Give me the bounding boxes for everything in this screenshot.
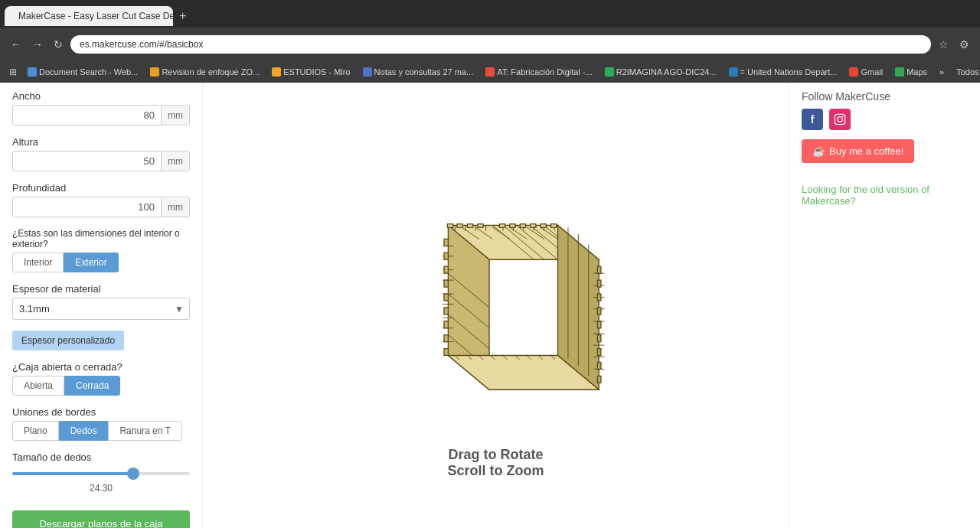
svg-rect-61	[467, 224, 472, 227]
plano-button[interactable]: Plano	[12, 421, 59, 441]
bookmark-icon-9	[895, 67, 904, 77]
bookmark-3[interactable]: ESTUDIOS - Miro	[267, 66, 354, 78]
ancho-input[interactable]	[13, 106, 161, 125]
bookmark-icon-1	[28, 67, 37, 77]
exterior-button[interactable]: Exterior	[64, 253, 118, 272]
espesor-select-wrapper: 3.1mm 3mm 4mm 5mm 6mm 12mm ▼	[12, 298, 190, 320]
altura-unit: mm	[161, 152, 189, 171]
social-icons-group: f	[802, 109, 968, 130]
espesor-select[interactable]: 3.1mm 3mm 4mm 5mm 6mm 12mm	[12, 298, 190, 320]
tab-title: MakerCase - Easy Laser Cut Case De...	[18, 11, 173, 21]
drag-hint-line1: Drag to Rotate	[448, 447, 544, 463]
altura-label: Altura	[12, 136, 190, 148]
uniones-field-group: Uniones de bordes Plano Dedos Ranura en …	[12, 406, 190, 441]
bookmark-1[interactable]: Document Search - Web...	[23, 66, 142, 78]
ancho-input-wrapper: mm	[12, 105, 190, 125]
abierta-button[interactable]: Abierta	[12, 376, 64, 396]
bookmark-5[interactable]: AT: Fabricación Digital -...	[481, 66, 597, 78]
svg-rect-70	[444, 253, 448, 259]
uniones-label: Uniones de bordes	[12, 406, 190, 418]
dimension-question: ¿Estas son las dimensiones del interior …	[12, 228, 190, 249]
facebook-icon[interactable]: f	[802, 109, 823, 130]
old-version-link[interactable]: Looking for the old version of Makercase…	[802, 184, 968, 207]
svg-rect-84	[597, 349, 600, 356]
bookmark-all-label: Todos los marcadores	[956, 67, 980, 77]
bookmark-2[interactable]: Revision de enfoque ZO...	[145, 66, 264, 78]
download-button[interactable]: Descargar planos de la caja	[12, 510, 190, 528]
dimension-question-group: ¿Estas son las dimensiones del interior …	[12, 228, 190, 272]
cerrada-button[interactable]: Cerrada	[64, 376, 120, 396]
svg-rect-65	[520, 224, 525, 227]
bookmark-icon-3	[272, 67, 281, 77]
svg-rect-67	[541, 224, 546, 227]
apps-button[interactable]: ⊞	[6, 64, 20, 80]
bookmark-label-3: ESTUDIOS - Miro	[283, 67, 350, 77]
svg-rect-71	[444, 266, 448, 273]
tamano-label: Tamaño de dedos	[12, 451, 190, 463]
buy-coffee-label: Buy me a coffee!	[829, 145, 903, 157]
bookmark-icon-8	[849, 67, 858, 77]
svg-rect-86	[597, 376, 600, 383]
espesor-field-group: Espesor de material 3.1mm 3mm 4mm 5mm 6m…	[12, 283, 190, 320]
caja-question-group: ¿Caja abierta o cerrada? Abierta Cerrada	[12, 361, 190, 396]
profundidad-unit: mm	[161, 198, 189, 217]
bookmark-label-1: Document Search - Web...	[39, 67, 138, 77]
svg-rect-68	[550, 224, 556, 227]
new-tab-button[interactable]: +	[173, 6, 192, 26]
forward-button[interactable]: →	[29, 35, 46, 54]
coffee-icon: ☕	[812, 145, 825, 157]
bookmark-label-7: = United Nations Depart...	[740, 67, 838, 77]
bookmark-8[interactable]: Gmail	[844, 66, 887, 78]
bookmark-label-8: Gmail	[861, 67, 883, 77]
box-3d-svg: .box-face { fill: #e8d9a0; stroke: #5a4a…	[366, 179, 626, 409]
svg-rect-81	[597, 308, 600, 315]
profundidad-label: Profundidad	[12, 182, 190, 194]
back-button[interactable]: ←	[8, 35, 24, 54]
svg-rect-82	[597, 321, 600, 328]
interior-button[interactable]: Interior	[12, 253, 64, 272]
bookmark-icon-5	[485, 67, 495, 77]
left-panel: Ancho mm Altura mm Profundidad mm ¿Estas	[0, 83, 203, 528]
profundidad-input[interactable]	[13, 197, 161, 217]
bookmark-7[interactable]: = United Nations Depart...	[724, 66, 842, 78]
bookmark-all[interactable]: Todos los marcadores	[952, 66, 980, 78]
tamano-field-group: Tamaño de dedos 24.30	[12, 451, 190, 494]
profundidad-field-group: Profundidad mm	[12, 182, 190, 217]
address-bar-row: ← → ↻ es.makercuse.com/#/basicbox ☆ ⚙	[0, 28, 980, 61]
slider-fill	[12, 472, 133, 475]
buy-coffee-button[interactable]: ☕ Buy me a coffee!	[802, 139, 914, 163]
center-panel[interactable]: .box-face { fill: #e8d9a0; stroke: #5a4a…	[203, 83, 789, 528]
svg-rect-66	[530, 224, 535, 227]
bookmark-more[interactable]: »	[935, 66, 949, 78]
bookmark-6[interactable]: R2IMAGINA AGO-DIC24...	[600, 66, 721, 78]
follow-label: Follow MakerCuse	[802, 90, 968, 103]
slider-container: 24.30	[12, 466, 190, 494]
instagram-icon[interactable]	[829, 109, 851, 130]
extensions-button[interactable]: ⚙	[956, 35, 972, 54]
svg-rect-63	[499, 224, 505, 227]
svg-rect-74	[444, 308, 448, 315]
address-bar[interactable]: es.makercuse.com/#/basicbox	[70, 35, 931, 54]
box-3d-container[interactable]: .box-face { fill: #e8d9a0; stroke: #5a4a…	[351, 148, 642, 439]
custom-thickness-button[interactable]: Espesor personalizado	[12, 331, 124, 350]
slider-wrapper[interactable]	[12, 466, 190, 481]
bookmark-button[interactable]: ☆	[936, 35, 952, 54]
espesor-label: Espesor de material	[12, 283, 190, 295]
svg-rect-85	[597, 362, 600, 369]
bookmark-9[interactable]: Maps	[890, 66, 932, 78]
interior-exterior-toggle: Interior Exterior	[12, 253, 190, 272]
slider-thumb[interactable]	[127, 468, 139, 480]
bookmark-icon-4	[363, 67, 372, 77]
svg-point-88	[838, 117, 843, 122]
bookmark-4[interactable]: Notas y consultas 27 ma...	[358, 66, 479, 78]
refresh-button[interactable]: ↻	[51, 35, 66, 54]
svg-rect-73	[444, 294, 448, 301]
abierta-cerrada-toggle: Abierta Cerrada	[12, 376, 190, 396]
ranura-button[interactable]: Ranura en T	[108, 421, 182, 441]
svg-rect-69	[444, 239, 448, 246]
svg-rect-62	[477, 224, 482, 227]
active-tab[interactable]: MakerCase - Easy Laser Cut Case De... ✕	[5, 6, 173, 26]
svg-rect-75	[444, 321, 448, 328]
dedos-button[interactable]: Dedos	[59, 421, 109, 441]
altura-input[interactable]	[13, 152, 161, 171]
